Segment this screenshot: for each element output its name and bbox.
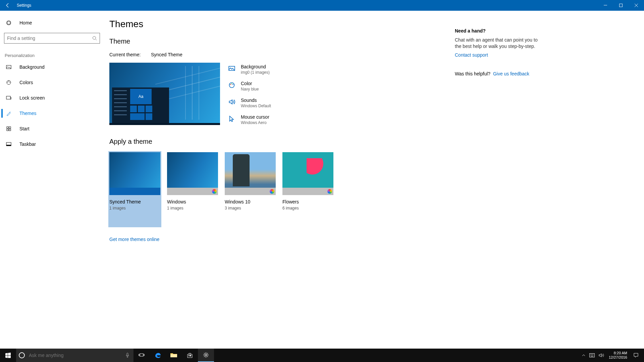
preview-tile: Aa [130,89,152,104]
system-tray[interactable] [580,349,606,362]
theme-option-sounds[interactable]: SoundsWindows Default [228,98,271,108]
cortana-search[interactable] [16,349,133,362]
search-box[interactable] [4,33,100,44]
svg-rect-10 [7,127,8,128]
sidebar-item-background[interactable]: Background [1,59,103,75]
close-button[interactable] [629,0,644,11]
sidebar-item-label: Lock screen [19,95,45,101]
palette-icon [228,81,235,89]
svg-point-3 [93,37,96,40]
more-themes-link[interactable]: Get more themes online [109,237,159,242]
search-icon [90,36,100,41]
edge-button[interactable] [150,349,166,362]
opt-title: Background [241,64,270,69]
preview-startmenu: Aa [112,87,169,125]
svg-rect-0 [604,5,607,5]
svg-rect-24 [144,354,145,356]
opt-sub: Navy blue [241,87,259,92]
close-icon [635,4,638,7]
theme-card-windows10[interactable]: Windows 10 3 images [225,152,276,226]
svg-rect-11 [9,127,11,128]
opt-title: Color [241,81,259,86]
clock-time: 8:20 AM [609,351,627,355]
arrow-left-icon [5,3,10,8]
sidebar-item-colors[interactable]: Colors [1,75,103,90]
titlebar: Settings [0,0,644,11]
back-button[interactable] [0,0,15,11]
sidebar-item-start[interactable]: Start [1,121,103,136]
task-view-icon [139,353,145,358]
sidebar-item-themes[interactable]: Themes [1,106,103,121]
section-apply: Apply a theme [109,138,455,145]
sidebar-item-label: Background [19,64,45,70]
windows-icon [5,353,11,358]
home-icon [6,20,13,25]
opt-sub: Windows Aero [241,120,269,125]
main-content: Themes Theme Current theme: Synced Theme… [109,19,455,349]
svg-rect-12 [7,129,8,131]
svg-point-18 [230,84,231,85]
theme-thumb [167,152,218,195]
picture-icon [6,64,13,70]
section-label: Personalization [1,44,103,59]
keyboard-icon[interactable] [589,353,595,357]
svg-rect-25 [170,354,177,357]
section-theme: Theme [109,38,455,45]
settings-taskbar-button[interactable] [198,349,214,362]
minimize-button[interactable] [598,0,613,11]
home-label: Home [19,20,32,25]
gear-icon [203,352,209,358]
sidebar-item-lockscreen[interactable]: Lock screen [1,90,103,106]
theme-sub: 6 images [282,206,333,210]
theme-card-windows[interactable]: Windows 1 images [167,152,218,226]
need-hand-body: Chat with an agent that can point you to… [455,37,540,50]
cortana-input[interactable] [29,353,124,358]
svg-rect-1 [620,4,623,7]
start-button[interactable] [0,349,16,362]
sound-icon [228,98,235,106]
task-view-button[interactable] [133,349,150,362]
svg-point-6 [7,82,8,82]
theme-card-flowers[interactable]: Flowers 6 images [282,152,333,226]
sidebar: Home Personalization Background Colors L… [0,11,104,349]
sidebar-item-taskbar[interactable]: Taskbar [1,136,103,152]
volume-icon[interactable] [599,353,604,358]
edge-icon [154,352,161,359]
feedback-link[interactable]: Give us feedback [493,71,529,76]
theme-thumb [109,152,160,195]
action-center-button[interactable] [630,349,642,362]
clock-date: 12/27/2016 [609,355,627,360]
current-theme-value: Synced Theme [151,52,182,57]
folder-icon [170,353,177,358]
maximize-button[interactable] [613,0,629,11]
store-button[interactable] [182,349,198,362]
picture-icon [228,65,235,72]
current-theme-row: Current theme: Synced Theme [109,52,455,57]
microphone-icon[interactable] [124,353,131,358]
current-theme-label: Current theme: [109,52,150,57]
theme-name: Windows 10 [225,199,276,204]
search-input[interactable] [4,36,90,41]
file-explorer-button[interactable] [166,349,182,362]
show-desktop-button[interactable] [642,349,644,362]
svg-point-26 [205,354,207,356]
store-icon [187,352,193,358]
theme-option-background[interactable]: Backgroundimg0 (1 images) [228,64,271,75]
taskbar-clock[interactable]: 8:20 AM 12/27/2016 [606,349,630,362]
chevron-up-icon[interactable] [582,354,585,357]
theme-name: Synced Theme [109,199,160,204]
right-pane: Need a hand? Chat with an agent that can… [455,19,542,349]
opt-sub: img0 (1 images) [241,70,270,75]
contact-support-link[interactable]: Contact support [455,52,488,58]
cortana-icon [19,352,25,358]
home-button[interactable]: Home [1,15,103,30]
taskbar: 8:20 AM 12/27/2016 [0,349,644,362]
theme-card-synced[interactable]: Synced Theme 1 images [108,151,161,227]
svg-rect-23 [139,354,140,356]
sidebar-item-label: Colors [19,80,33,85]
theme-sub: 1 images [109,206,160,210]
need-hand-title: Need a hand? [455,28,540,34]
theme-option-color[interactable]: ColorNavy blue [228,81,271,92]
theme-option-cursor[interactable]: Mouse cursorWindows Aero [228,114,271,125]
opt-title: Mouse cursor [241,114,269,120]
